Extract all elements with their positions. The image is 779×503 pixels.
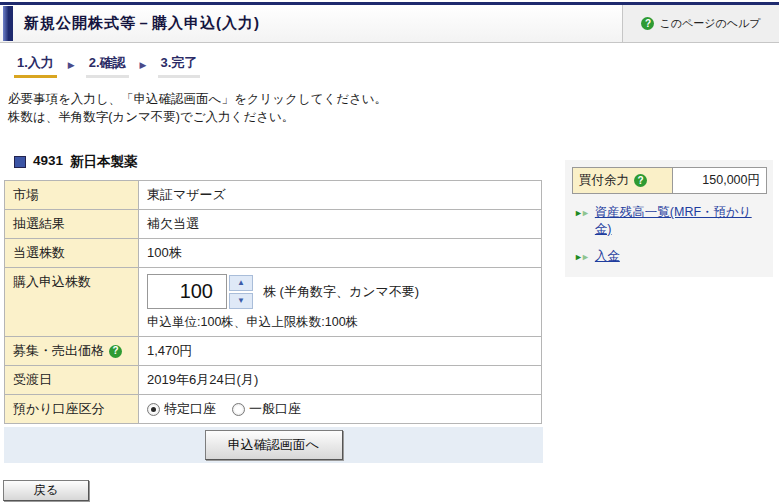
link-arrow-icon: ►►: [574, 252, 588, 262]
radio-general-account-label: 一般口座: [249, 400, 301, 418]
purchase-quantity-label: 購入申込株数: [5, 268, 139, 337]
confirm-button[interactable]: 申込確認画面へ: [205, 430, 343, 460]
offer-price-label: 募集・売出価格: [13, 342, 104, 360]
table-row-price: 募集・売出価格 ? 1,470円: [5, 337, 542, 366]
title-accent-bar: [3, 6, 13, 41]
quantity-stepper: ▲ ▼: [229, 275, 253, 309]
settlement-date-value: 2019年6月24日(月): [139, 366, 542, 395]
buying-power-label: 買付余力: [579, 172, 629, 189]
table-row-buying-power: 買付余力 ? 150,000円: [573, 168, 767, 194]
lottery-result-label: 抽選結果: [5, 210, 139, 239]
radio-general-account[interactable]: 一般口座: [232, 400, 301, 418]
radio-unselected-icon: [232, 403, 245, 416]
purchase-form-table: 市場 東証マザーズ 抽選結果 補欠当選 当選株数 100株 購入申込株数 ▲ ▼…: [4, 180, 542, 424]
step-complete: 3.完了: [158, 54, 201, 78]
buying-power-table: 買付余力 ? 150,000円: [572, 167, 767, 194]
quantity-input[interactable]: [147, 274, 227, 309]
step-arrow-icon: ▶: [68, 60, 75, 73]
table-row-quantity: 購入申込株数 ▲ ▼ 株 (半角数字、カンマ不要) 申込単位:100株、申込上限…: [5, 268, 542, 337]
asset-balance-link-row: ►► 資産残高一覧(MRF・預かり金): [574, 204, 767, 238]
stock-bullet-icon: [14, 156, 26, 168]
help-label: このページのヘルプ: [659, 16, 760, 31]
table-row-account-type: 預かり口座区分 特定口座 一般口座: [5, 395, 542, 424]
lottery-result-value: 補欠当選: [139, 210, 542, 239]
back-button[interactable]: 戻る: [3, 480, 89, 501]
link-arrow-icon: ►►: [574, 208, 588, 218]
market-value: 東証マザーズ: [139, 181, 542, 210]
buying-power-help-icon[interactable]: ?: [634, 174, 647, 187]
settlement-date-label: 受渡日: [5, 366, 139, 395]
deposit-link-row: ►► 入金: [574, 248, 767, 265]
instruction-line-2: 株数は、半角数字(カンマ不要)でご入力ください。: [8, 109, 779, 127]
stepper-down-button[interactable]: ▼: [229, 293, 253, 309]
won-shares-value: 100株: [139, 239, 542, 268]
page-help-link[interactable]: ? このページのヘルプ: [622, 5, 779, 42]
buying-power-value: 150,000円: [673, 168, 767, 194]
table-row-market: 市場 東証マザーズ: [5, 181, 542, 210]
step-indicator: 1.入力 ▶ 2.確認 ▶ 3.完了: [14, 54, 779, 78]
offer-price-value: 1,470円: [139, 337, 542, 366]
step-arrow-icon: ▶: [140, 60, 147, 73]
price-help-icon[interactable]: ?: [109, 345, 122, 358]
page-header: 新規公開株式等－購入申込(入力) ? このページのヘルプ: [0, 5, 779, 43]
asset-balance-link[interactable]: 資産残高一覧(MRF・預かり金): [595, 204, 767, 238]
won-shares-label: 当選株数: [5, 239, 139, 268]
radio-specific-account-label: 特定口座: [164, 400, 216, 418]
confirm-button-band: 申込確認画面へ: [4, 427, 543, 463]
page-title: 新規公開株式等－購入申込(入力): [24, 14, 260, 33]
quantity-unit-note: 株 (半角数字、カンマ不要): [263, 283, 419, 301]
instruction-line-1: 必要事項を入力し、「申込確認画面へ」をクリックしてください。: [8, 91, 779, 109]
table-row-lottery: 抽選結果 補欠当選: [5, 210, 542, 239]
quantity-limit-note: 申込単位:100株、申込上限株数:100株: [147, 314, 533, 331]
stock-code: 4931: [33, 153, 63, 171]
radio-specific-account[interactable]: 特定口座: [147, 400, 216, 418]
account-type-radio-group: 特定口座 一般口座: [147, 400, 533, 418]
step-input: 1.入力: [14, 54, 57, 78]
account-type-label: 預かり口座区分: [5, 395, 139, 424]
stock-name: 新日本製薬: [70, 153, 138, 171]
buying-power-panel: 買付余力 ? 150,000円 ►► 資産残高一覧(MRF・預かり金) ►► 入…: [565, 160, 773, 277]
instructions: 必要事項を入力し、「申込確認画面へ」をクリックしてください。 株数は、半角数字(…: [8, 91, 779, 126]
step-confirm: 2.確認: [86, 54, 129, 78]
ipo-purchase-entry-page: 新規公開株式等－購入申込(入力) ? このページのヘルプ 1.入力 ▶ 2.確認…: [0, 0, 779, 503]
table-row-won-shares: 当選株数 100株: [5, 239, 542, 268]
radio-selected-icon: [147, 403, 160, 416]
stepper-up-button[interactable]: ▲: [229, 275, 253, 291]
table-row-settlement: 受渡日 2019年6月24日(月): [5, 366, 542, 395]
deposit-link[interactable]: 入金: [595, 248, 620, 265]
market-label: 市場: [5, 181, 139, 210]
help-question-icon: ?: [641, 17, 654, 30]
